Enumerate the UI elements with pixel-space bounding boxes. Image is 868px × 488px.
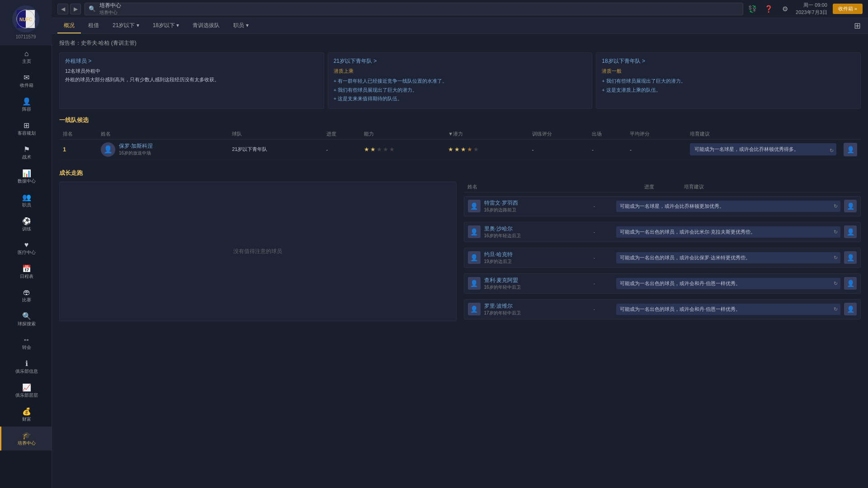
sidebar-item-squad[interactable]: 👤 阵容 — [0, 93, 52, 117]
appearances: - — [588, 139, 626, 160]
reporter-row: 报告者：史帝夫·哈柏 (青训主管) — [59, 39, 861, 47]
player-team: 21岁以下青年队 — [228, 139, 322, 160]
ability-star: ★ — [364, 146, 369, 153]
growth-player-info: 罗里·波维尔 17岁的年轻中后卫 — [484, 302, 521, 316]
growth-advice: 可能成为一名出色的球员，或许会比保罗·达米特更优秀些。 ↻ — [616, 252, 840, 263]
refresh-icon[interactable]: ↻ — [830, 148, 834, 154]
growth-player-name[interactable]: 特雷文·罗羽西 — [484, 199, 518, 207]
u18-card-title[interactable]: 18岁以下青年队 > — [602, 57, 855, 65]
sidebar-item-home[interactable]: ⌂ 主页 — [0, 45, 52, 69]
player-info: 保罗·加斯科涅 16岁的放送中场 — [119, 142, 153, 156]
loan-desc: 外租的球员大部分感到高兴，只有少数人感到这段经历没有太多收获。 — [65, 76, 318, 83]
player-sub: 16岁的放送中场 — [119, 150, 153, 156]
sidebar-item-match[interactable]: 🏟 比赛 — [0, 284, 52, 307]
growth-player-sub: 17岁的年轻中后卫 — [484, 310, 521, 316]
tab-loan[interactable]: 租借 — [82, 18, 105, 33]
ability-stars: ★★★★★ — [364, 146, 441, 153]
potential-star: ★ — [461, 146, 466, 153]
sidebar-item-transfer[interactable]: ↔ 转会 — [0, 331, 52, 355]
tabs-row: 概况 租借 21岁以下 ▾ 18岁以下 ▾ 青训选拔队 职员 ▾ ⊞ — [57, 18, 863, 33]
sidebar-item-clubinfo[interactable]: ℹ 俱乐部信息 — [0, 355, 52, 379]
staff-icon: 👥 — [22, 193, 31, 202]
sidebar-item-schedule[interactable]: 📅 日程表 — [0, 260, 52, 284]
growth-player-sub: 16岁的年轻边后卫 — [484, 233, 521, 239]
sidebar-label-match: 比赛 — [22, 297, 31, 303]
u21-highlight-1: + 我们有些球员展现出了巨大的潜力。 — [334, 86, 587, 94]
sidebar-item-inbox[interactable]: ✉ 收件箱 — [0, 69, 52, 93]
growth-col-name: 姓名 — [467, 183, 641, 190]
mail-button[interactable]: 收件箱 » — [833, 4, 863, 14]
tab-staff[interactable]: 职员 ▾ — [227, 18, 255, 33]
datetime-line2: 2023年7月3日 — [796, 9, 827, 16]
growth-refresh-icon[interactable]: ↻ — [834, 306, 838, 312]
growth-player-name[interactable]: 罗里·波维尔 — [484, 302, 521, 310]
forward-button[interactable]: ▶ — [70, 4, 81, 14]
loan-card-title[interactable]: 外租球员 > — [65, 57, 318, 65]
sidebar-item-finance[interactable]: 💰 财富 — [0, 403, 52, 427]
home-icon: ⌂ — [24, 50, 29, 58]
u18-highlight-0: + 我们有些球员展现出了巨大的潜力。 — [602, 77, 855, 85]
tab-u18[interactable]: 18岁以下 ▾ — [146, 18, 186, 33]
sidebar-item-data[interactable]: 📊 数据中心 — [0, 164, 52, 188]
growth-player-sub: 16岁的边路前卫 — [484, 207, 518, 213]
tab-youth-select[interactable]: 青训选拔队 — [186, 18, 226, 33]
sidebar-item-tactics[interactable]: ⊞ 客容规划 — [0, 117, 52, 141]
sidebar-label-clubinfo: 俱乐部信息 — [15, 369, 38, 374]
growth-player-name[interactable]: 查利·麦克阿盟 — [484, 277, 521, 284]
col-team: 球队 — [228, 129, 322, 140]
growth-player-sub: 19岁的边后卫 — [484, 258, 513, 265]
sidebar-label-transfer: 转会 — [22, 345, 31, 350]
sidebar-item-scout[interactable]: 🔍 球探搜索 — [0, 307, 52, 331]
datetime-line1: 周一 09:00 — [796, 2, 827, 9]
training-icon: ⚽ — [22, 217, 31, 225]
player-progress: - — [323, 139, 361, 160]
sidebar-label-home: 主页 — [22, 59, 31, 64]
growth-refresh-icon[interactable]: ↻ — [834, 255, 838, 261]
tab-overview[interactable]: 概况 — [57, 18, 81, 33]
training-score: - — [528, 139, 589, 160]
growth-player-cell: 👤 查利·麦克阿盟 16岁的年轻中后卫 — [468, 277, 573, 291]
sidebar-label-strategy: 战术 — [22, 155, 31, 160]
u21-card: 21岁以下青年队 > 潜质上乘 + 有一群年轻人已经接近竞争一线队位置的水准了。… — [328, 52, 593, 109]
growth-avatar: 👤 — [468, 251, 481, 264]
grid-view-icon[interactable]: ⊞ — [852, 20, 863, 31]
sidebar-item-staff[interactable]: 👥 职员 — [0, 188, 52, 212]
sidebar-label-finance: 财富 — [22, 417, 31, 422]
potential-star: ★ — [454, 146, 460, 153]
col-training: 训练评分 — [528, 129, 589, 140]
growth-player-name[interactable]: 里奥·沙哈尔 — [484, 225, 521, 233]
schedule-icon: 📅 — [22, 264, 31, 273]
currency-icon[interactable]: 💱 — [747, 4, 758, 14]
player-name[interactable]: 保罗·加斯科涅 — [119, 142, 153, 150]
help-icon[interactable]: ❓ — [763, 4, 774, 14]
medical-icon: ♥ — [24, 241, 29, 249]
ability-star-empty: ★ — [383, 146, 388, 153]
sidebar-label-academy: 培养中心 — [18, 441, 36, 446]
growth-row: 👤 罗里·波维尔 17岁的年轻中后卫 - 可能成为一名出色的球员，或许会和丹·伯… — [464, 299, 861, 319]
growth-col-progress: 进度 — [644, 183, 680, 190]
back-button[interactable]: ◀ — [57, 4, 68, 14]
search-bar[interactable]: 🔍 培养中心 培养中心 — [85, 3, 743, 15]
club-id: 10711579 — [16, 34, 36, 39]
player-avatar: 👤 — [101, 142, 115, 157]
potential-star: ★ — [448, 146, 453, 153]
growth-refresh-icon[interactable]: ↻ — [834, 229, 838, 235]
sidebar-label-tactics: 客容规划 — [18, 131, 36, 136]
sidebar-item-training[interactable]: ⚽ 训练 — [0, 212, 52, 236]
tab-u21[interactable]: 21岁以下 ▾ — [106, 18, 146, 33]
ability-star-empty: ★ — [377, 146, 382, 153]
table-row: 1 👤 保罗·加斯科涅 16岁的放送中场 21岁以下青年队 - ★★★★★ ★★… — [59, 139, 861, 160]
sidebar-item-academy[interactable]: 🎓 培养中心 — [0, 427, 52, 450]
growth-refresh-icon[interactable]: ↻ — [834, 281, 838, 286]
settings-icon[interactable]: ⚙ — [779, 4, 790, 14]
rank-number: 1 — [63, 146, 66, 153]
growth-refresh-icon[interactable]: ↻ — [834, 203, 838, 209]
u18-subtitle: 潜质一般 — [602, 68, 855, 75]
growth-layout: 没有值得注意的球员 姓名 进度 培育建议 👤 特雷文·罗羽西 16岁的边路前卫 — [59, 182, 861, 321]
sidebar-item-clubresult[interactable]: 📈 俱乐部层层 — [0, 379, 52, 403]
u21-card-title[interactable]: 21岁以下青年队 > — [334, 57, 587, 65]
sidebar-item-medical[interactable]: ♥ 医疗中心 — [0, 236, 52, 260]
sidebar-item-strategy[interactable]: ⚑ 战术 — [0, 141, 52, 164]
growth-row: 👤 特雷文·罗羽西 16岁的边路前卫 - 可能成为一名球星，或许会比乔林顿更加优… — [464, 196, 861, 216]
growth-player-name[interactable]: 约旦·哈克特 — [484, 251, 513, 258]
